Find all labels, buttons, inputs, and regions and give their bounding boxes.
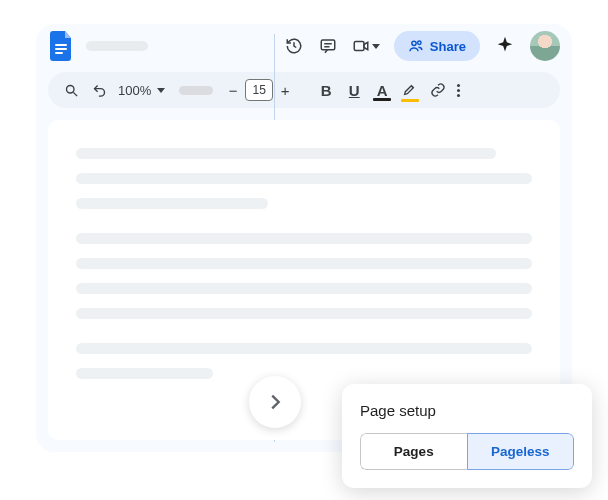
chevron-right-icon <box>264 391 286 413</box>
svg-rect-6 <box>354 42 364 51</box>
header-actions: Share <box>284 31 560 61</box>
link-icon[interactable] <box>429 81 447 99</box>
text-placeholder-line <box>76 368 213 379</box>
svg-point-10 <box>66 85 74 93</box>
chevron-down-icon <box>372 44 380 49</box>
header-bar: Share <box>36 24 572 68</box>
comment-icon[interactable] <box>318 36 338 56</box>
share-button[interactable]: Share <box>394 31 480 61</box>
text-placeholder-line <box>76 343 532 354</box>
share-label: Share <box>430 39 466 54</box>
zoom-selector[interactable]: 100% <box>118 83 165 98</box>
svg-point-8 <box>412 41 416 45</box>
zoom-value: 100% <box>118 83 151 98</box>
svg-rect-0 <box>55 44 67 46</box>
highlighter-icon <box>402 81 418 97</box>
sparkle-icon[interactable] <box>494 35 516 57</box>
people-icon <box>408 38 424 54</box>
more-icon[interactable] <box>457 84 460 97</box>
font-size-input[interactable]: 15 <box>245 79 273 101</box>
avatar[interactable] <box>530 31 560 61</box>
text-placeholder-line <box>76 308 532 319</box>
document-title-placeholder[interactable] <box>86 41 148 51</box>
toolbar: 100% − 15 + B U A <box>48 72 560 108</box>
text-placeholder-line <box>76 173 532 184</box>
search-icon[interactable] <box>62 81 80 99</box>
text-placeholder-line <box>76 233 532 244</box>
text-placeholder-line <box>76 148 496 159</box>
svg-marker-7 <box>364 42 368 50</box>
chevron-down-icon <box>157 88 165 93</box>
font-size-increase[interactable]: + <box>279 82 291 99</box>
docs-logo-icon <box>48 28 76 64</box>
svg-rect-1 <box>55 48 67 50</box>
bold-button[interactable]: B <box>317 82 335 99</box>
svg-rect-2 <box>55 52 63 54</box>
text-placeholder-line <box>76 198 268 209</box>
page-setup-popover: Page setup Pages Pageless <box>342 384 592 488</box>
svg-line-11 <box>73 92 77 96</box>
style-selector-placeholder[interactable] <box>179 86 213 95</box>
font-size-group: − 15 + <box>227 79 291 101</box>
underline-button[interactable]: U <box>345 82 363 99</box>
text-color-swatch <box>373 98 391 101</box>
svg-rect-3 <box>321 40 335 50</box>
highlight-button[interactable] <box>401 81 419 100</box>
text-placeholder-line <box>76 283 532 294</box>
highlight-swatch <box>401 99 419 102</box>
page-setup-title: Page setup <box>360 402 574 419</box>
font-size-value: 15 <box>253 83 266 97</box>
text-color-letter: A <box>377 82 388 99</box>
text-placeholder-line <box>76 258 532 269</box>
history-icon[interactable] <box>284 36 304 56</box>
page-setup-segmented: Pages Pageless <box>360 433 574 470</box>
expand-button[interactable] <box>249 376 301 428</box>
page-setup-option-pages[interactable]: Pages <box>360 433 467 470</box>
undo-icon[interactable] <box>90 81 108 99</box>
text-color-button[interactable]: A <box>373 82 391 99</box>
font-size-decrease[interactable]: − <box>227 82 239 99</box>
svg-point-9 <box>417 41 420 44</box>
meet-icon[interactable] <box>352 36 380 56</box>
page-setup-option-pageless[interactable]: Pageless <box>467 433 575 470</box>
